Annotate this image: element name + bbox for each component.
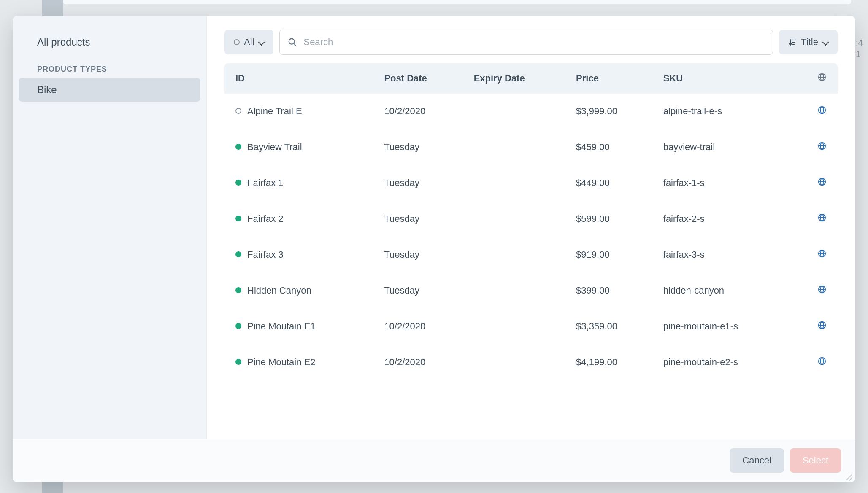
row-sku: pine-moutain-e1-s (656, 309, 795, 345)
sort-button[interactable]: Title (779, 30, 838, 54)
row-price: $3,999.00 (568, 94, 656, 129)
row-id: Fairfax 3 (247, 249, 284, 260)
search-wrap (279, 30, 773, 55)
row-id: Fairfax 2 (247, 213, 284, 224)
modal-footer: Cancel Select (13, 439, 855, 482)
globe-icon (817, 285, 827, 294)
sidebar-all-products[interactable]: All products (13, 30, 206, 54)
row-price: $4,199.00 (568, 345, 656, 380)
row-sku: fairfax-1-s (656, 165, 795, 201)
sidebar: All products PRODUCT TYPES Bike (13, 16, 207, 439)
select-button[interactable]: Select (790, 448, 841, 473)
row-sku: bayview-trail (656, 129, 795, 165)
cancel-button[interactable]: Cancel (730, 448, 784, 473)
toolbar: All (207, 16, 855, 63)
sort-icon (788, 38, 797, 46)
row-sku: fairfax-2-s (656, 201, 795, 237)
chevron-down-icon (258, 39, 264, 45)
search-input[interactable] (279, 30, 773, 55)
status-dot-icon (234, 39, 240, 45)
col-post-date[interactable]: Post Date (376, 63, 466, 94)
table-row[interactable]: Fairfax 2Tuesday$599.00fairfax-2-s (224, 201, 838, 237)
row-sku: hidden-canyon (656, 273, 795, 309)
status-dot-icon (235, 180, 241, 186)
row-post-date: Tuesday (376, 273, 466, 309)
table-scroll[interactable]: ID Post Date Expiry Date Price SKU (207, 63, 855, 439)
row-price: $599.00 (568, 201, 656, 237)
globe-icon (817, 356, 827, 366)
globe-icon (817, 213, 827, 222)
sidebar-item-bike[interactable]: Bike (19, 78, 200, 102)
svg-point-0 (289, 39, 295, 44)
row-price: $459.00 (568, 129, 656, 165)
main-panel: All (207, 16, 855, 439)
col-sku[interactable]: SKU (656, 63, 795, 94)
status-dot-icon (235, 216, 241, 221)
table-row[interactable]: Alpine Trail E10/2/2020$3,999.00alpine-t… (224, 94, 838, 129)
row-post-date: Tuesday (376, 129, 466, 165)
globe-icon (817, 73, 827, 82)
table-row[interactable]: Fairfax 1Tuesday$449.00fairfax-1-s (224, 165, 838, 201)
resize-grip[interactable] (844, 471, 854, 480)
row-expiry-date (466, 201, 568, 237)
table-row[interactable]: Pine Moutain E110/2/2020$3,359.00pine-mo… (224, 309, 838, 345)
sort-label: Title (801, 37, 818, 48)
col-site[interactable] (795, 63, 838, 94)
col-id[interactable]: ID (224, 63, 376, 94)
row-post-date: Tuesday (376, 201, 466, 237)
row-sku: pine-moutain-e2-s (656, 345, 795, 380)
row-post-date: Tuesday (376, 237, 466, 273)
row-price: $919.00 (568, 237, 656, 273)
row-sku: fairfax-3-s (656, 237, 795, 273)
globe-icon (817, 141, 827, 151)
row-price: $449.00 (568, 165, 656, 201)
row-post-date: 10/2/2020 (376, 94, 466, 129)
col-expiry-date[interactable]: Expiry Date (466, 63, 568, 94)
product-picker-modal: All products PRODUCT TYPES Bike All (13, 16, 855, 482)
status-dot-icon (235, 359, 241, 365)
row-id: Pine Moutain E1 (247, 321, 315, 332)
globe-icon (817, 249, 827, 258)
row-expiry-date (466, 273, 568, 309)
globe-icon (817, 105, 827, 115)
search-icon (288, 38, 297, 47)
row-price: $3,359.00 (568, 309, 656, 345)
sidebar-heading-product-types: PRODUCT TYPES (13, 54, 206, 78)
row-post-date: Tuesday (376, 165, 466, 201)
status-dot-icon (235, 108, 241, 114)
table-row[interactable]: Hidden CanyonTuesday$399.00hidden-canyon (224, 273, 838, 309)
row-expiry-date (466, 309, 568, 345)
globe-icon (817, 177, 827, 186)
row-id: Pine Moutain E2 (247, 357, 315, 368)
row-post-date: 10/2/2020 (376, 309, 466, 345)
row-id: Alpine Trail E (247, 106, 302, 117)
col-price[interactable]: Price (568, 63, 656, 94)
row-expiry-date (466, 129, 568, 165)
row-id: Hidden Canyon (247, 285, 311, 296)
status-dot-icon (235, 323, 241, 329)
row-expiry-date (466, 165, 568, 201)
status-dot-icon (235, 144, 241, 150)
status-filter-button[interactable]: All (224, 30, 273, 54)
table-row[interactable]: Fairfax 3Tuesday$919.00fairfax-3-s (224, 237, 838, 273)
row-expiry-date (466, 94, 568, 129)
chevron-down-icon (822, 39, 828, 45)
row-sku: alpine-trail-e-s (656, 94, 795, 129)
globe-icon (817, 321, 827, 330)
svg-line-1 (294, 43, 296, 46)
status-dot-icon (235, 287, 241, 293)
row-expiry-date (466, 345, 568, 380)
status-dot-icon (235, 251, 241, 257)
row-id: Fairfax 1 (247, 178, 284, 189)
row-id: Bayview Trail (247, 142, 302, 153)
row-expiry-date (466, 237, 568, 273)
table-row[interactable]: Pine Moutain E210/2/2020$4,199.00pine-mo… (224, 345, 838, 380)
table-row[interactable]: Bayview TrailTuesday$459.00bayview-trail (224, 129, 838, 165)
row-post-date: 10/2/2020 (376, 345, 466, 380)
status-filter-label: All (244, 37, 254, 48)
row-price: $399.00 (568, 273, 656, 309)
products-table: ID Post Date Expiry Date Price SKU (224, 63, 838, 380)
